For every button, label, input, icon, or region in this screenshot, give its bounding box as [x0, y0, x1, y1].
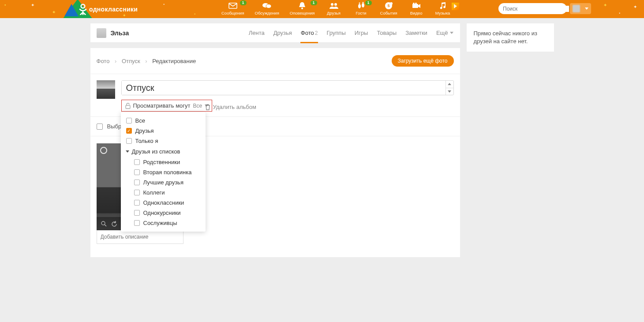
footprints-icon — [357, 2, 366, 10]
brand-text: одноклассники — [89, 6, 138, 13]
user-menu[interactable] — [570, 3, 591, 14]
title-steppers — [446, 81, 453, 95]
breadcrumb: Фото › Отпуск › Редактирование — [97, 58, 196, 64]
svg-point-7 — [358, 4, 361, 8]
privacy-option-all[interactable]: Все — [121, 116, 206, 126]
envelope-icon — [228, 2, 237, 10]
tab-feed[interactable]: Лента — [248, 23, 265, 43]
nav-friends[interactable]: Друзья — [320, 0, 348, 18]
stepper-down[interactable] — [446, 88, 453, 95]
avatar — [573, 5, 580, 12]
svg-point-3 — [266, 4, 271, 8]
chat-icon — [262, 2, 272, 10]
play-icon[interactable] — [452, 3, 459, 10]
svg-point-8 — [362, 3, 364, 7]
privacy-list-item[interactable]: Коллеги — [121, 187, 206, 198]
nav-video[interactable]: Видео — [403, 0, 430, 18]
nav-discussions[interactable]: Обсуждения — [250, 0, 285, 18]
profile-tabs: Лента Друзья Фото2 Группы Игры Товары За… — [248, 23, 454, 43]
badge: 1 — [311, 0, 317, 5]
svg-point-20 — [101, 221, 105, 225]
stepper-up[interactable] — [446, 81, 453, 88]
svg-point-6 — [334, 3, 337, 6]
privacy-list-item[interactable]: Сослуживцы — [121, 218, 206, 228]
chevron-down-icon — [450, 32, 453, 34]
privacy-list-item[interactable]: Однокурсники — [121, 208, 206, 218]
tab-photos[interactable]: Фото2 — [300, 23, 318, 43]
upload-more-button[interactable]: Загрузить ещё фото — [392, 55, 454, 67]
badge: 1 — [240, 0, 247, 5]
rotate-icon[interactable] — [111, 221, 117, 227]
photo-description-input[interactable] — [97, 230, 183, 244]
events-icon: 5 — [385, 2, 393, 10]
people-icon — [329, 2, 339, 10]
top-nav: Сообщения 1 Обсуждения Оповещения 1 Друз… — [216, 0, 464, 18]
svg-point-4 — [301, 7, 303, 9]
svg-text:5: 5 — [388, 4, 390, 8]
chevron-down-icon — [205, 105, 208, 107]
site-logo[interactable]: одноклассники — [79, 4, 138, 15]
svg-rect-19 — [126, 105, 130, 109]
crumb-current: Редактирование — [152, 58, 196, 64]
svg-point-9 — [359, 3, 360, 4]
search-box[interactable] — [498, 3, 567, 14]
privacy-option-friends[interactable]: Друзья — [121, 126, 206, 136]
privacy-label: Просматривать могут — [133, 102, 191, 109]
chevron-down-icon — [585, 7, 588, 10]
privacy-list-item[interactable]: Лучшие друзья — [121, 177, 206, 187]
lock-open-icon — [125, 103, 131, 109]
profile-name[interactable]: Эльза — [111, 30, 129, 37]
select-all-checkbox[interactable] — [97, 124, 103, 130]
search-input[interactable] — [503, 6, 569, 12]
note-icon — [439, 2, 446, 10]
no-friends-online-text: Прямо сейчас никого из друзей на сайте н… — [474, 30, 537, 45]
page-content: Эльза Лента Друзья Фото2 Группы Игры Тов… — [0, 18, 644, 257]
chevron-down-icon — [126, 150, 129, 153]
profile-header-card: Эльза Лента Друзья Фото2 Группы Игры Тов… — [90, 23, 460, 43]
tab-groups[interactable]: Группы — [326, 23, 346, 43]
svg-point-5 — [331, 3, 333, 6]
album-thumbnail[interactable] — [97, 80, 115, 99]
privacy-dropdown: Все Друзья Только я Друзья из списков Ро… — [121, 112, 206, 232]
nav-music[interactable]: Музыка — [430, 0, 465, 18]
svg-point-0 — [81, 4, 85, 8]
privacy-list-item[interactable]: Одноклассники — [121, 198, 206, 208]
privacy-value: Все — [193, 103, 202, 109]
profile-avatar[interactable] — [97, 28, 106, 38]
breadcrumb-card: Фото › Отпуск › Редактирование Загрузить… — [90, 48, 460, 257]
nav-messages[interactable]: Сообщения 1 — [216, 0, 250, 18]
nav-notifications[interactable]: Оповещения 1 — [285, 0, 320, 18]
select-photo-toggle[interactable] — [100, 147, 107, 154]
bell-icon — [299, 2, 306, 10]
crumb-album[interactable]: Отпуск — [122, 58, 140, 64]
tab-notes[interactable]: Заметки — [405, 23, 428, 43]
tab-market[interactable]: Товары — [376, 23, 397, 43]
nav-guests[interactable]: Гости 1 — [348, 0, 375, 18]
privacy-list-item[interactable]: Родственники — [121, 157, 206, 167]
svg-point-13 — [390, 2, 393, 5]
privacy-selector[interactable]: Просматривать могут Все — [121, 100, 213, 112]
friends-online-card: Прямо сейчас никого из друзей на сайте н… — [467, 23, 554, 52]
privacy-option-only-me[interactable]: Только я — [121, 136, 206, 146]
tab-more[interactable]: Ещё — [436, 23, 454, 43]
svg-rect-14 — [412, 4, 418, 8]
tab-friends[interactable]: Друзья — [273, 23, 292, 43]
privacy-list-item[interactable]: Вторая половинка — [121, 167, 206, 177]
privacy-option-friends-lists[interactable]: Друзья из списков — [121, 146, 206, 157]
album-title-input[interactable] — [122, 81, 446, 95]
svg-line-21 — [105, 225, 106, 226]
camera-icon — [412, 2, 421, 10]
svg-point-15 — [413, 3, 415, 4]
svg-rect-1 — [229, 3, 237, 8]
topbar: ✦ ✦ ● одноклассники Сообщения 1 Обсужден… — [0, 0, 644, 18]
svg-point-10 — [362, 2, 363, 3]
tab-games[interactable]: Игры — [354, 23, 369, 43]
svg-point-16 — [415, 3, 417, 4]
album-title-field[interactable] — [121, 80, 454, 95]
nav-events[interactable]: 5 События — [375, 0, 403, 18]
badge: 1 — [365, 0, 372, 5]
crumb-root[interactable]: Фото — [97, 58, 110, 64]
album-settings: Просматривать могут Все Все Друзья Тольк… — [90, 74, 460, 117]
zoom-icon[interactable] — [101, 221, 107, 227]
